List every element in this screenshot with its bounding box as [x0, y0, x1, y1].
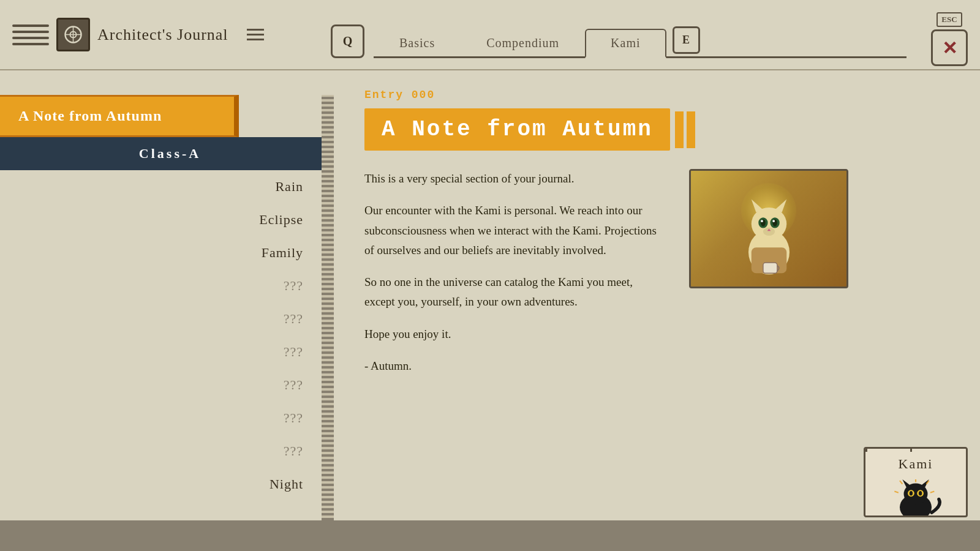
- journal-title: Architect's Journal: [97, 26, 228, 44]
- entry-number: Entry 000: [364, 89, 949, 101]
- lines-icon: [12, 23, 49, 47]
- close-button[interactable]: ✕: [931, 29, 968, 66]
- entry-title-bar: A Note from Autumn: [364, 108, 949, 151]
- svg-point-13: [772, 220, 775, 222]
- svg-line-28: [930, 492, 935, 493]
- sidebar-item-locked5[interactable]: ???: [0, 402, 334, 435]
- paragraph-1: This is a very special section of your j…: [364, 169, 665, 189]
- svg-point-10: [761, 220, 763, 222]
- sidebar-item-locked1[interactable]: ???: [0, 269, 334, 302]
- sidebar-items: Class-A Rain Eclipse Family ??? ??? ??? …: [0, 137, 334, 501]
- main-content: A Note from Autumn Class-A Rain Eclipse …: [0, 70, 980, 520]
- paragraph-4: Hope you enjoy it.: [364, 324, 665, 344]
- entry-title-bg: A Note from Autumn: [364, 108, 670, 151]
- svg-point-25: [919, 491, 922, 496]
- sidebar-item-locked2[interactable]: ???: [0, 302, 334, 335]
- sidebar-item-night[interactable]: Night: [0, 468, 334, 501]
- kami-cat-icon: [888, 479, 943, 517]
- content-text: This is a very special section of your j…: [364, 169, 665, 388]
- tabs-area: Q Basics Compendium Kami E: [331, 12, 907, 58]
- sidebar-item-eclipse[interactable]: Eclipse: [0, 203, 334, 236]
- sidebar-selected-item[interactable]: A Note from Autumn: [0, 95, 239, 137]
- tabs-container: Basics Compendium Kami E: [374, 12, 907, 58]
- close-area: ESC ✕: [931, 12, 968, 66]
- paragraph-2: Our encounter with the Kami is personal.…: [364, 201, 665, 260]
- svg-line-30: [894, 492, 899, 493]
- svg-rect-17: [763, 263, 777, 273]
- content-body: This is a very special section of your j…: [364, 169, 949, 388]
- tab-basics[interactable]: Basics: [374, 29, 461, 56]
- svg-rect-31: [902, 516, 910, 517]
- svg-point-24: [910, 491, 913, 496]
- sidebar-item-locked6[interactable]: ???: [0, 435, 334, 468]
- svg-marker-6: [751, 200, 763, 212]
- kami-folder-label: Kami: [899, 456, 933, 472]
- kami-folder[interactable]: Kami: [864, 447, 968, 517]
- svg-line-29: [900, 481, 902, 484]
- e-button[interactable]: E: [673, 26, 700, 54]
- svg-marker-20: [902, 479, 911, 487]
- accent-bar-2: [687, 111, 695, 148]
- sidebar-item-family[interactable]: Family: [0, 236, 334, 269]
- entry-title-text: A Note from Autumn: [382, 117, 653, 142]
- sidebar-scrollbar[interactable]: [322, 95, 334, 520]
- svg-marker-7: [775, 200, 786, 212]
- sidebar-item-class-a[interactable]: Class-A: [0, 137, 334, 170]
- svg-rect-32: [921, 516, 929, 517]
- book-icon: [56, 18, 90, 51]
- sidebar-item-locked3[interactable]: ???: [0, 335, 334, 369]
- status-bar: [0, 520, 980, 551]
- accent-bar-1: [675, 111, 684, 148]
- tab-kami[interactable]: Kami: [585, 29, 666, 58]
- journal-icon-area: Architect's Journal: [12, 18, 264, 51]
- sidebar: A Note from Autumn Class-A Rain Eclipse …: [0, 70, 334, 520]
- sidebar-item-locked4[interactable]: ???: [0, 369, 334, 402]
- esc-label: ESC: [937, 12, 962, 27]
- tab-compendium[interactable]: Compendium: [461, 29, 585, 56]
- sidebar-item-rain[interactable]: Rain: [0, 170, 334, 203]
- hamburger-icon[interactable]: [247, 29, 264, 40]
- paragraph-5: - Autumn.: [364, 356, 665, 376]
- kami-image: [689, 169, 848, 288]
- entry-title-accent: [675, 111, 695, 148]
- q-button[interactable]: Q: [331, 24, 364, 58]
- paragraph-3: So no one in the universe can catalog th…: [364, 272, 665, 312]
